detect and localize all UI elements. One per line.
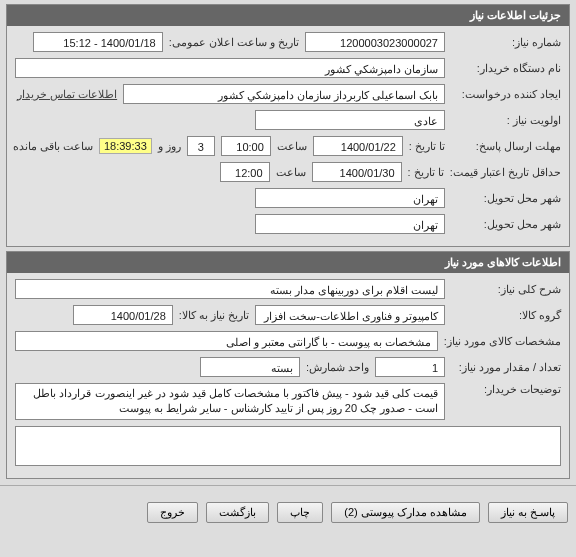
print-button[interactable]: چاپ (277, 502, 323, 523)
org-label: نام دستگاه خریدار: (451, 62, 561, 75)
need-details-body: شماره نیاز: 1200003023000027 تاریخ و ساع… (7, 26, 569, 246)
remaining-days-field: 3 (187, 136, 215, 156)
row-delivery-city-1: شهر محل تحویل: تهران (15, 188, 561, 208)
priority-label: اولویت نیاز : (451, 114, 561, 127)
row-need-number: شماره نیاز: 1200003023000027 تاریخ و ساع… (15, 32, 561, 52)
button-bar: پاسـخ به نیاز مشاهده مدارک پیوستی (2) چا… (0, 492, 576, 529)
general-desc-field: لیست اقلام برای دوربینهای مدار بسته (15, 279, 445, 299)
goods-body: شرح کلی نیاز: لیست اقلام برای دوربینهای … (7, 273, 569, 478)
row-delivery-city-2: شهر محل تحویل: تهران (15, 214, 561, 234)
need-details-panel: جزئیات اطلاعات نیاز شماره نیاز: 12000030… (6, 4, 570, 247)
deadline-time-field: 10:00 (221, 136, 271, 156)
deadline-date-field: 1400/01/22 (313, 136, 403, 156)
row-creator: ایجاد کننده درخواست: بابک اسماعیلی کاربر… (15, 84, 561, 104)
exit-button[interactable]: خروج (147, 502, 198, 523)
creator-label: ایجاد کننده درخواست: (451, 88, 561, 101)
until-date-label: تا تاریخ : (409, 140, 445, 153)
need-number-field: 1200003023000027 (305, 32, 445, 52)
row-textarea (15, 426, 561, 466)
unit-label: واحد شمارش: (306, 361, 369, 374)
qty-field: 1 (375, 357, 445, 377)
remaining-days-label: روز و (158, 140, 181, 153)
remaining-tail-label: ساعت باقی مانده (13, 140, 93, 153)
row-general-desc: شرح کلی نیاز: لیست اقلام برای دوربینهای … (15, 279, 561, 299)
row-priority: اولویت نیاز : عادی (15, 110, 561, 130)
announce-datetime-label: تاریخ و ساعت اعلان عمومی: (169, 36, 299, 49)
row-org: نام دستگاه خریدار: سازمان دامپزشکي کشور (15, 58, 561, 78)
reply-button[interactable]: پاسـخ به نیاز (488, 502, 568, 523)
general-desc-label: شرح کلی نیاز: (451, 283, 561, 296)
need-details-header: جزئیات اطلاعات نیاز (7, 5, 569, 26)
min-valid-date-field: 1400/01/30 (312, 162, 402, 182)
buyer-notes-label: توضیحات خریدار: (451, 383, 561, 396)
delivery-city-label-2: شهر محل تحویل: (451, 218, 561, 231)
unit-field: بسته (200, 357, 300, 377)
spec-label: مشخصات کالای مورد نیاز: (444, 335, 561, 348)
group-label: گروه کالا: (451, 309, 561, 322)
remaining-time-highlight: 18:39:33 (99, 138, 152, 154)
delivery-city-field-2: تهران (255, 214, 445, 234)
qty-label: تعداد / مقدار مورد نیاز: (451, 361, 561, 374)
row-group: گروه کالا: کامپیوتر و فناوری اطلاعات-سخت… (15, 305, 561, 325)
row-deadline: مهلت ارسال پاسخ: تا تاریخ : 1400/01/22 س… (15, 136, 561, 156)
buyer-notes-field: قیمت کلی قید شود - پیش فاکتور با مشخصات … (15, 383, 445, 420)
creator-field: بابک اسماعیلی کاربرداز سازمان دامپزشکي ک… (123, 84, 445, 104)
row-spec: مشخصات کالای مورد نیاز: مشخصات به پیوست … (15, 331, 561, 351)
row-qty: تعداد / مقدار مورد نیاز: 1 واحد شمارش: ب… (15, 357, 561, 377)
group-field: کامپیوتر و فناوری اطلاعات-سخت افزار (255, 305, 445, 325)
priority-field: عادی (255, 110, 445, 130)
row-buyer-notes: توضیحات خریدار: قیمت کلی قید شود - پیش ف… (15, 383, 561, 420)
contact-buyer-link[interactable]: اطلاعات تماس خریدار (17, 88, 117, 101)
delivery-city-label-1: شهر محل تحویل: (451, 192, 561, 205)
min-valid-until-label: تا تاریخ : (408, 166, 444, 179)
spec-field: مشخصات به پیوست - با گارانتی معتبر و اصل… (15, 331, 438, 351)
announce-datetime-field: 1400/01/18 - 15:12 (33, 32, 163, 52)
notes-textarea[interactable] (15, 426, 561, 466)
need-date-goods-label: تاریخ نیاز به کالا: (179, 309, 249, 322)
min-valid-time-field: 12:00 (220, 162, 270, 182)
view-attachments-button[interactable]: مشاهده مدارک پیوستی (2) (331, 502, 480, 523)
delivery-city-field-1: تهران (255, 188, 445, 208)
row-min-valid: حداقل تاریخ اعتبار قیمت: تا تاریخ : 1400… (15, 162, 561, 182)
back-button[interactable]: بازگشت (206, 502, 269, 523)
divider (0, 485, 576, 486)
min-valid-hour-label: ساعت (276, 166, 306, 179)
org-field: سازمان دامپزشکي کشور (15, 58, 445, 78)
need-date-goods-field: 1400/01/28 (73, 305, 173, 325)
deadline-send-label: مهلت ارسال پاسخ: (451, 140, 561, 153)
goods-panel: اطلاعات کالاهای مورد نیاز شرح کلی نیاز: … (6, 251, 570, 479)
min-valid-label: حداقل تاریخ اعتبار قیمت: (450, 166, 561, 179)
need-number-label: شماره نیاز: (451, 36, 561, 49)
goods-header: اطلاعات کالاهای مورد نیاز (7, 252, 569, 273)
deadline-hour-label: ساعت (277, 140, 307, 153)
